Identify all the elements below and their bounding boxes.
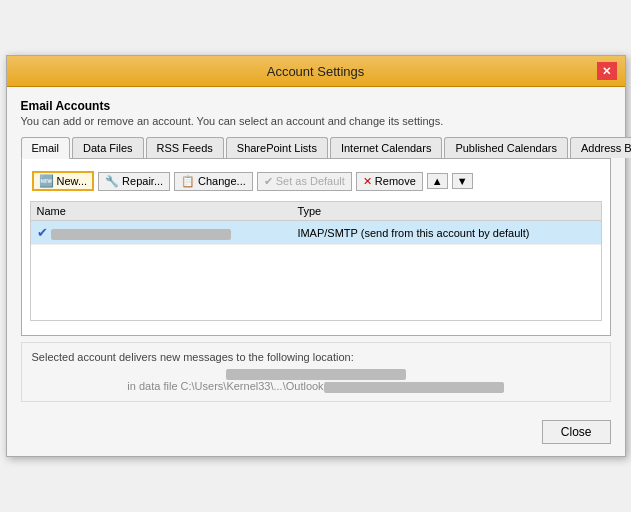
set-default-label: Set as Default: [276, 175, 345, 187]
account-toolbar: 🆕 New... 🔧 Repair... 📋 Change... ✔ Set a…: [30, 167, 602, 195]
tab-internet-calendars[interactable]: Internet Calendars: [330, 137, 443, 158]
repair-icon: 🔧: [105, 175, 119, 188]
change-button[interactable]: 📋 Change...: [174, 172, 253, 191]
delivery-account-blur: [226, 369, 406, 380]
repair-label: Repair...: [122, 175, 163, 187]
account-type-cell: IMAP/SMTP (send from this account by def…: [291, 221, 600, 245]
new-label: New...: [57, 175, 88, 187]
dialog-footer: Close: [7, 412, 625, 456]
account-settings-window: Account Settings ✕ Email Accounts You ca…: [6, 55, 626, 456]
change-label: Change...: [198, 175, 246, 187]
tab-sharepoint-lists[interactable]: SharePoint Lists: [226, 137, 328, 158]
delivery-path-suffix-blur: [324, 382, 504, 393]
account-name-cell: ✔: [31, 221, 292, 245]
section-title: Email Accounts: [21, 99, 611, 113]
account-name-blur: [51, 229, 231, 240]
delivery-section: Selected account delivers new messages t…: [21, 342, 611, 401]
remove-button[interactable]: ✕ Remove: [356, 172, 423, 191]
move-down-button[interactable]: ▼: [452, 173, 473, 189]
new-button[interactable]: 🆕 New...: [32, 171, 95, 191]
repair-button[interactable]: 🔧 Repair...: [98, 172, 170, 191]
delivery-path-text: in data file C:\Users\Kernel33\...\Outlo…: [127, 380, 503, 392]
remove-label: Remove: [375, 175, 416, 187]
tab-address-books[interactable]: Address Books: [570, 137, 631, 158]
account-list-area: Name Type ✔ IMAP/SMTP (send from this ac…: [30, 201, 602, 321]
set-default-button[interactable]: ✔ Set as Default: [257, 172, 352, 191]
section-description: You can add or remove an account. You ca…: [21, 115, 611, 127]
new-icon: 🆕: [39, 174, 54, 188]
tab-rss-feeds[interactable]: RSS Feeds: [146, 137, 224, 158]
change-icon: 📋: [181, 175, 195, 188]
move-up-button[interactable]: ▲: [427, 173, 448, 189]
set-default-icon: ✔: [264, 175, 273, 188]
window-close-button[interactable]: ✕: [597, 62, 617, 80]
tab-bar: Email Data Files RSS Feeds SharePoint Li…: [21, 137, 611, 159]
account-table: Name Type ✔ IMAP/SMTP (send from this ac…: [31, 202, 601, 245]
table-row[interactable]: ✔ IMAP/SMTP (send from this account by d…: [31, 221, 601, 245]
tab-data-files[interactable]: Data Files: [72, 137, 144, 158]
main-content: Email Accounts You can add or remove an …: [7, 87, 625, 411]
col-name-header: Name: [31, 202, 292, 221]
tab-published-calendars[interactable]: Published Calendars: [444, 137, 568, 158]
col-type-header: Type: [291, 202, 600, 221]
close-button[interactable]: Close: [542, 420, 611, 444]
delivery-label: Selected account delivers new messages t…: [32, 351, 600, 363]
email-tab-content: 🆕 New... 🔧 Repair... 📋 Change... ✔ Set a…: [21, 159, 611, 336]
remove-icon: ✕: [363, 175, 372, 188]
window-title: Account Settings: [35, 64, 597, 79]
title-bar: Account Settings ✕: [7, 56, 625, 87]
delivery-path-prefix: in data file C:\Users\Kernel33\...\Outlo…: [127, 380, 323, 392]
tab-email[interactable]: Email: [21, 137, 71, 159]
default-account-icon: ✔: [37, 225, 48, 240]
delivery-path: in data file C:\Users\Kernel33\...\Outlo…: [32, 367, 600, 392]
